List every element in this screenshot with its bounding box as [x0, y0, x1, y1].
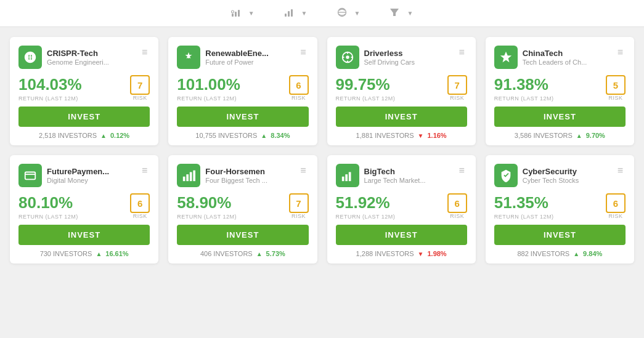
card-menu-futurepaymen[interactable]: ≡ — [139, 164, 150, 177]
card-menu-four-horsemen[interactable]: ≡ — [298, 164, 308, 177]
investors-count-cybersecurity: 882 INVESTORS — [517, 250, 569, 257]
card-title-chinatech: ChinaTech — [523, 49, 587, 59]
card-info-driverless: Driverless Self Driving Cars — [364, 49, 415, 66]
card-header-renewableene: RenewableEne... Future of Power ≡ — [177, 46, 308, 69]
card-menu-driverless[interactable]: ≡ — [456, 46, 467, 59]
card-metrics-chinatech: 91.38% RETURN (LAST 12M) 5 RISK — [494, 75, 626, 102]
card-subtitle-driverless: Self Driving Cars — [364, 58, 415, 66]
invest-button-renewableene[interactable]: INVEST — [177, 107, 308, 127]
card-metrics-cybersecurity: 51.35% RETURN (LAST 12M) 6 RISK — [494, 193, 626, 220]
card-info-cybersecurity: CyberSecurity Cyber Tech Stocks — [523, 167, 579, 185]
risk-section-four-horsemen: 7 RISK — [289, 193, 309, 219]
performance-chevron: ▼ — [301, 10, 308, 17]
svg-rect-0 — [232, 14, 234, 17]
return-section-renewableene: 101.00% RETURN (LAST 12M) — [177, 75, 288, 102]
card-title-futurepaymen: FuturePaymen... — [47, 167, 109, 177]
card-header-left-chinatech: ChinaTech Tech Leaders of Ch... — [494, 46, 587, 69]
invest-button-crispr-tech[interactable]: INVEST — [18, 107, 150, 127]
card-return-four-horsemen: 58.90% — [177, 193, 288, 212]
card-subtitle-cybersecurity: Cyber Tech Stocks — [523, 177, 579, 184]
investors-count-bigtech: 1,288 INVESTORS — [356, 250, 414, 257]
card-futurepaymen: FuturePaymen... Digital Money ≡ 80.10% R… — [10, 155, 158, 264]
card-header-chinatech: ChinaTech Tech Leaders of Ch... ≡ — [494, 46, 626, 69]
risk-section-futurepaymen: 6 RISK — [130, 193, 150, 219]
change-value-renewableene: 8.34% — [271, 132, 290, 139]
card-icon-bigtech — [336, 164, 359, 187]
card-footer-chinatech: 3,586 INVESTORS ▲ 9.70% — [494, 132, 626, 139]
card-return-bigtech: 51.92% — [336, 193, 447, 212]
return-label-renewableene: RETURN (LAST 12M) — [177, 95, 288, 102]
invest-button-chinatech[interactable]: INVEST — [494, 107, 626, 127]
change-value-chinatech: 9.70% — [586, 132, 605, 139]
card-title-driverless: Driverless — [364, 49, 415, 59]
card-metrics-futurepaymen: 80.10% RETURN (LAST 12M) 6 RISK — [18, 193, 150, 220]
return-label-cybersecurity: RETURN (LAST 12M) — [494, 214, 606, 220]
card-menu-renewableene[interactable]: ≡ — [298, 46, 308, 59]
risk-section-cybersecurity: 6 RISK — [606, 193, 626, 219]
risk-label-driverless: RISK — [447, 95, 467, 101]
invest-button-bigtech[interactable]: INVEST — [336, 225, 467, 245]
invest-button-driverless[interactable]: INVEST — [336, 107, 467, 127]
card-menu-bigtech[interactable]: ≡ — [456, 164, 467, 177]
invest-button-four-horsemen[interactable]: INVEST — [177, 225, 308, 245]
card-header-left-cybersecurity: CyberSecurity Cyber Tech Stocks — [494, 164, 579, 187]
nav-performance[interactable]: ▼ — [284, 7, 308, 20]
svg-rect-2 — [238, 10, 240, 17]
return-section-crispr-tech: 104.03% RETURN (LAST 12M) — [18, 75, 130, 102]
card-footer-renewableene: 10,755 INVESTORS ▲ 8.34% — [177, 132, 308, 139]
card-info-four-horsemen: Four-Horsemen Four Biggest Tech ... — [205, 167, 267, 185]
risk-chevron: ▼ — [354, 10, 361, 17]
card-icon-futurepaymen — [18, 164, 42, 187]
invest-button-cybersecurity[interactable]: INVEST — [494, 225, 626, 245]
card-menu-crispr-tech[interactable]: ≡ — [139, 46, 150, 59]
card-title-bigtech: BigTech — [364, 167, 426, 177]
change-arrow-cybersecurity: ▲ — [573, 251, 579, 257]
card-title-cybersecurity: CyberSecurity — [523, 167, 579, 177]
card-icon-driverless — [336, 46, 359, 69]
investors-count-four-horsemen: 406 INVESTORS — [200, 250, 253, 257]
return-label-four-horsemen: RETURN (LAST 12M) — [177, 214, 288, 220]
filter-icon — [389, 7, 399, 20]
card-metrics-crispr-tech: 104.03% RETURN (LAST 12M) 7 RISK — [18, 75, 150, 102]
risk-section-crispr-tech: 7 RISK — [130, 75, 150, 101]
card-subtitle-renewableene: Future of Power — [205, 58, 269, 66]
card-info-chinatech: ChinaTech Tech Leaders of Ch... — [523, 49, 587, 66]
svg-rect-23 — [190, 172, 192, 182]
svg-rect-26 — [345, 174, 348, 181]
risk-icon — [337, 7, 347, 20]
svg-rect-5 — [288, 11, 290, 17]
card-icon-cybersecurity — [494, 164, 518, 187]
card-menu-cybersecurity[interactable]: ≡ — [615, 164, 626, 177]
top-navigation: ▼ ▼ ▼ ▼ — [0, 0, 644, 27]
nav-popularity[interactable]: ▼ — [231, 7, 255, 20]
card-return-futurepaymen: 80.10% — [18, 193, 130, 212]
card-menu-chinatech[interactable]: ≡ — [615, 46, 626, 59]
card-subtitle-chinatech: Tech Leaders of Ch... — [523, 58, 587, 66]
svg-rect-1 — [235, 12, 237, 17]
return-label-chinatech: RETURN (LAST 12M) — [494, 95, 606, 102]
svg-rect-6 — [291, 9, 293, 17]
return-label-crispr-tech: RETURN (LAST 12M) — [18, 95, 130, 102]
investors-count-renewableene: 10,755 INVESTORS — [195, 132, 257, 139]
card-four-horsemen: Four-Horsemen Four Biggest Tech ... ≡ 58… — [168, 155, 317, 264]
risk-label-bigtech: RISK — [447, 213, 467, 219]
nav-filter[interactable]: ▼ — [389, 7, 413, 20]
card-title-crispr-tech: CRISPR-Tech — [47, 49, 109, 59]
return-section-bigtech: 51.92% RETURN (LAST 12M) — [336, 193, 447, 220]
card-icon-four-horsemen — [177, 164, 200, 187]
nav-risk[interactable]: ▼ — [337, 7, 361, 20]
risk-badge-cybersecurity: 6 — [606, 193, 626, 213]
card-info-renewableene: RenewableEne... Future of Power — [205, 49, 269, 66]
card-crispr-tech: CRISPR-Tech Genome Engineeri... ≡ 104.03… — [10, 37, 158, 145]
return-section-cybersecurity: 51.35% RETURN (LAST 12M) — [494, 193, 606, 220]
card-header-left-renewableene: RenewableEne... Future of Power — [177, 46, 269, 69]
card-title-renewableene: RenewableEne... — [205, 49, 269, 59]
invest-button-futurepaymen[interactable]: INVEST — [18, 225, 150, 245]
card-title-four-horsemen: Four-Horsemen — [205, 167, 267, 177]
return-label-futurepaymen: RETURN (LAST 12M) — [18, 214, 130, 220]
risk-label-crispr-tech: RISK — [130, 95, 150, 101]
svg-point-10 — [28, 55, 32, 59]
change-arrow-driverless: ▼ — [418, 132, 424, 139]
card-driverless: Driverless Self Driving Cars ≡ 99.75% RE… — [327, 37, 476, 145]
card-header-left-crispr-tech: CRISPR-Tech Genome Engineeri... — [18, 46, 109, 69]
